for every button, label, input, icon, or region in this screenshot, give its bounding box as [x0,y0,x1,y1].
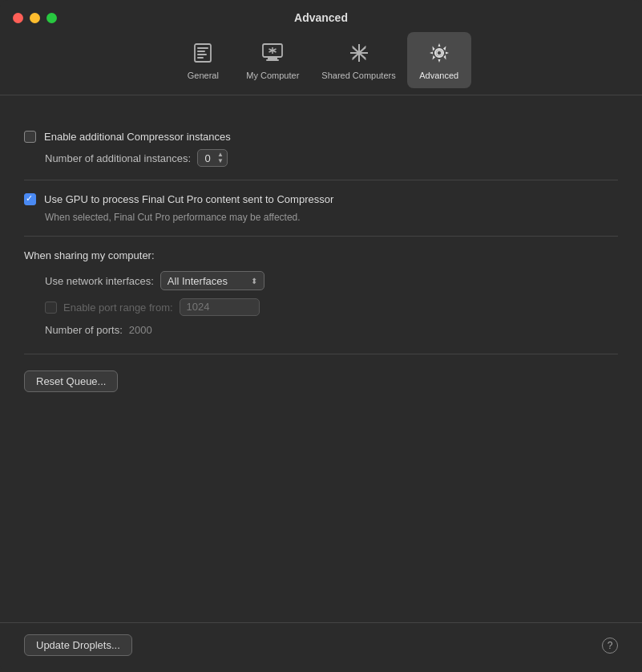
tab-shared-computers[interactable]: Shared Computers [310,32,406,88]
buttons-area: Reset Queue... [24,354,618,400]
tab-advanced-label: Advanced [419,71,458,80]
svg-rect-2 [197,51,205,52]
ports-count-label: Number of ports: [45,324,123,336]
port-range-row: Enable port range from: 1024 [45,298,618,316]
toolbar: General My Computer [0,24,642,88]
compressor-enable-label: Enable additional Compressor instances [44,131,231,143]
shared-computers-icon [345,38,373,67]
svg-rect-0 [195,44,211,62]
compressor-enable-checkbox[interactable] [24,131,36,143]
network-dropdown-value: All Interfaces [168,275,228,287]
svg-rect-3 [197,54,207,55]
network-row: Use network interfaces: All Interfaces ⬍ [45,271,618,290]
general-icon [188,38,217,67]
tab-my-computer-label: My Computer [246,71,299,80]
port-range-input: 1024 [180,298,260,316]
ports-count-value: 2000 [129,324,152,336]
window: Advanced General [0,0,642,672]
sharing-title: When sharing my computer: [24,249,618,261]
window-title: Advanced [294,11,348,24]
tab-my-computer[interactable]: My Computer [235,32,310,88]
gpu-enable-row: Use GPU to process Final Cut Pro content… [24,193,618,205]
sharing-section: When sharing my computer: Use network in… [24,237,618,354]
stepper-down-button[interactable]: ▼ [217,158,224,164]
compressor-enable-row: Enable additional Compressor instances [24,131,618,143]
port-range-checkbox[interactable] [45,302,57,314]
tab-general-label: General [188,71,219,80]
toolbar-divider [0,95,642,95]
content-area: Enable additional Compressor instances N… [0,102,642,622]
tab-advanced[interactable]: Advanced [407,32,471,88]
window-controls [13,13,57,23]
close-button[interactable] [13,13,23,23]
svg-rect-6 [268,57,277,59]
instances-label: Number of additional instances: [45,152,191,164]
network-label: Use network interfaces: [45,275,154,287]
gpu-enable-checkbox[interactable] [24,193,36,205]
port-range-value: 1024 [187,301,210,313]
minimize-button[interactable] [30,13,40,23]
tab-shared-computers-label: Shared Computers [321,71,395,80]
my-computer-icon [258,38,287,67]
instances-stepper[interactable]: 0 ▲ ▼ [197,149,228,167]
footer: Update Droplets... ? [0,622,642,672]
gpu-subtitle: When selected, Final Cut Pro performance… [45,212,618,223]
reset-queue-button[interactable]: Reset Queue... [24,370,118,392]
svg-rect-7 [266,59,279,61]
dropdown-arrow-icon: ⬍ [251,277,257,285]
svg-point-18 [437,51,442,55]
gpu-section: Use GPU to process Final Cut Pro content… [24,180,618,237]
port-range-label: Enable port range from: [63,302,173,314]
titlebar: Advanced [0,0,642,24]
network-dropdown[interactable]: All Interfaces ⬍ [160,271,264,290]
tab-general[interactable]: General [171,32,235,88]
update-droplets-button[interactable]: Update Droplets... [24,634,132,656]
svg-rect-1 [197,47,208,49]
advanced-icon [425,38,454,67]
instances-row: Number of additional instances: 0 ▲ ▼ [45,149,618,167]
compressor-section: Enable additional Compressor instances N… [24,118,618,180]
help-button[interactable]: ? [602,638,618,654]
instances-value: 0 [201,152,214,164]
gpu-enable-label: Use GPU to process Final Cut Pro content… [44,193,333,205]
svg-rect-4 [197,57,204,59]
stepper-arrows: ▲ ▼ [217,152,224,164]
maximize-button[interactable] [46,13,57,23]
ports-count-row: Number of ports: 2000 [45,324,618,336]
